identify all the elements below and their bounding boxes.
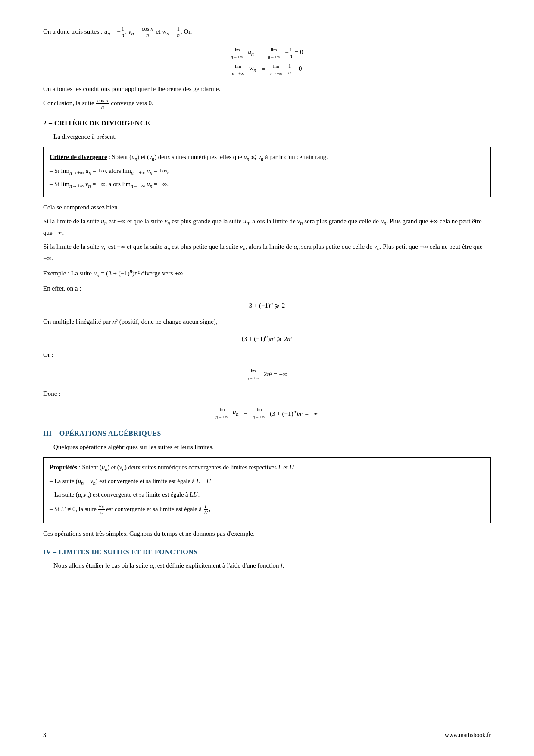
section-3-intro: Quelques opérations algébriques sur les … (43, 442, 491, 452)
proprietes-box: Propriétés : Soient (un) et (vn) deux su… (43, 457, 491, 523)
en-effet: En effet, on a : (43, 283, 491, 294)
limit-block-un: limn→+∞ un = limn→+∞ −1n = 0 limn→+∞ wn … (43, 46, 491, 77)
page: On a donc trois suites : un = −1n, vn = … (0, 0, 534, 756)
donc-label: Donc : (43, 388, 491, 399)
section-3-heading: III – Opérations algébriques (43, 430, 491, 437)
box-title-divergence: Critère de divergence (50, 153, 107, 160)
divergence-box: Critère de divergence : Soient (un) et (… (43, 147, 491, 197)
box-title-proprietes: Propriétés (50, 464, 77, 471)
box-text-divergence: : Soient (un) et (vn) deux suites numéri… (109, 153, 328, 160)
section-2: 2 – Critère de divergence La divergence … (43, 119, 491, 420)
explication-plus-infini: Si la limite de la suite un est +∞ et qu… (43, 216, 491, 238)
exemple-label: Exemple (43, 270, 66, 277)
conclusion-gendarme: On a toutes les conditions pour applique… (43, 84, 491, 94)
intro-line1: On a donc trois suites : un = −1n, vn = … (43, 26, 491, 39)
lim-donc-block: limn→+∞ un = limn→+∞ (3 + (−1)n)n² = +∞ (43, 406, 491, 420)
cela-comprend: Cela se comprend assez bien. (43, 202, 491, 212)
prop-dash2: – La suite (unvn) est convergente et sa … (50, 489, 484, 501)
prop-dash1: – La suite (un + vn) est convergente et … (50, 476, 484, 487)
or-label: Or : (43, 350, 491, 360)
intro-section: On a donc trois suites : un = −1n, vn = … (43, 26, 491, 110)
exemple-intro: Exemple : La suite un = (3 + (−1)n)n² di… (43, 267, 491, 280)
conclusion-converge: Conclusion, la suite cos nn converge ver… (43, 97, 491, 110)
ineq1-block: 3 + (−1)n ⩾ 2 (43, 300, 491, 309)
page-footer: 3 www.mathsbook.fr (43, 732, 491, 739)
section-2-heading: 2 – Critère de divergence (43, 119, 491, 127)
section-4-heading: IV – Limites de suites et de fonctions (43, 548, 491, 556)
page-number: 3 (43, 732, 46, 739)
explication-moins-infini: Si la limite de la suite vn est −∞ et qu… (43, 241, 491, 263)
box-text-proprietes: : Soient (un) et (vn) deux suites numéri… (79, 464, 296, 471)
section-4: IV – Limites de suites et de fonctions N… (43, 548, 491, 572)
section-2-intro: La divergence à présent. (43, 131, 491, 142)
website: www.mathsbook.fr (445, 732, 491, 739)
divergence-dash1: – Si limn→+∞ un = +∞, alors limn→+∞ vn =… (50, 166, 484, 177)
section-3-conclusion: Ces opérations sont très simples. Gagnon… (43, 528, 491, 539)
prop-dash3: – Si L′ ≠ 0, la suite unvn est convergen… (50, 503, 484, 517)
divergence-dash2: – Si limn→+∞ vn = −∞, alors limn→+∞ un =… (50, 179, 484, 191)
section-3: III – Opérations algébriques Quelques op… (43, 430, 491, 538)
section-4-intro: Nous allons étudier le cas où la suite u… (43, 560, 491, 572)
lim-or-block: limn→+∞ 2n² = +∞ (43, 367, 491, 381)
ineq2-block: (3 + (−1)n)n² ⩾ 2n² (43, 334, 491, 343)
mult-text: On multiple l'inégalité par n² (positif,… (43, 316, 491, 327)
